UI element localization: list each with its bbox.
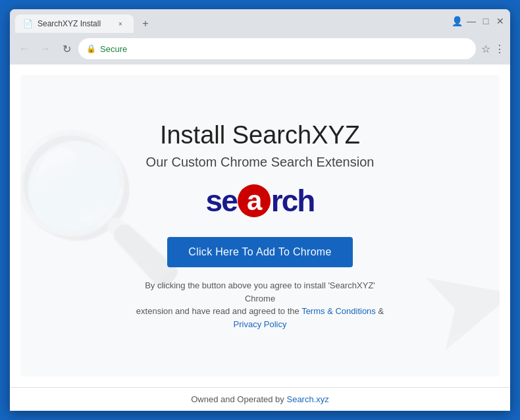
page-title: Install SearchXYZ — [160, 121, 360, 149]
disclaimer-text: By clicking the button above you agree t… — [135, 279, 385, 330]
terms-conditions-link[interactable]: Terms & Conditions — [301, 306, 376, 316]
window-controls: 👤 — □ ✕ — [452, 16, 505, 26]
profile-button[interactable]: 👤 — [452, 16, 461, 26]
active-tab[interactable]: 📄 SearchXYZ Install × — [15, 14, 134, 33]
logo-circle: a — [238, 184, 271, 217]
tab-title: SearchXYZ Install — [38, 19, 110, 28]
refresh-button[interactable]: ↻ — [57, 39, 76, 58]
disclaimer-line1: By clicking the button above you agree t… — [145, 280, 375, 303]
add-to-chrome-button[interactable]: Click Here To Add To Chrome — [167, 237, 352, 267]
tab-area: 📄 SearchXYZ Install × + — [15, 9, 444, 33]
main-content: Install SearchXYZ Our Custom Chrome Sear… — [122, 108, 398, 344]
logo-before-text: se — [206, 183, 237, 219]
page-content: 🔍 ➤ Install SearchXYZ Our Custom Chrome … — [10, 65, 510, 411]
disclaimer-and: & — [378, 306, 384, 316]
title-bar: 📄 SearchXYZ Install × + 👤 — □ ✕ — [10, 9, 510, 33]
forward-button[interactable]: → — [36, 39, 55, 58]
page-subtitle: Our Custom Chrome Search Extension — [146, 155, 375, 170]
back-button[interactable]: ← — [15, 39, 34, 58]
logo-after-text: rch — [271, 183, 315, 219]
close-window-button[interactable]: ✕ — [496, 16, 505, 26]
browser-window: 📄 SearchXYZ Install × + 👤 — □ ✕ ← → ↻ 🔒 … — [10, 9, 510, 411]
privacy-policy-link[interactable]: Privacy Policy — [234, 319, 287, 329]
minimize-button[interactable]: — — [467, 16, 476, 26]
url-bar[interactable]: 🔒 Secure — [78, 38, 476, 59]
restore-button[interactable]: □ — [481, 16, 490, 26]
secure-text-label: Secure — [100, 44, 127, 54]
watermark-arrow-icon: ➤ — [404, 222, 500, 377]
browser-menu-icon[interactable]: ⋮ — [494, 43, 505, 55]
secure-lock-icon: 🔒 — [86, 44, 96, 53]
page-inner: 🔍 ➤ Install SearchXYZ Our Custom Chrome … — [20, 75, 500, 377]
search-logo: se a rch — [206, 183, 315, 219]
disclaimer-line2: extension and have read and agreed to th… — [136, 306, 299, 316]
tab-favicon-icon: 📄 — [23, 19, 32, 28]
bookmark-star-icon[interactable]: ☆ — [481, 43, 490, 55]
tab-close-button[interactable]: × — [115, 18, 126, 29]
address-bar: ← → ↻ 🔒 Secure ☆ ⋮ — [10, 33, 510, 65]
footer-text: Owned and Operated by — [191, 394, 284, 404]
page-footer: Owned and Operated by Search.xyz — [10, 387, 510, 411]
new-tab-button[interactable]: + — [136, 14, 155, 33]
footer-link[interactable]: Search.xyz — [286, 394, 328, 404]
